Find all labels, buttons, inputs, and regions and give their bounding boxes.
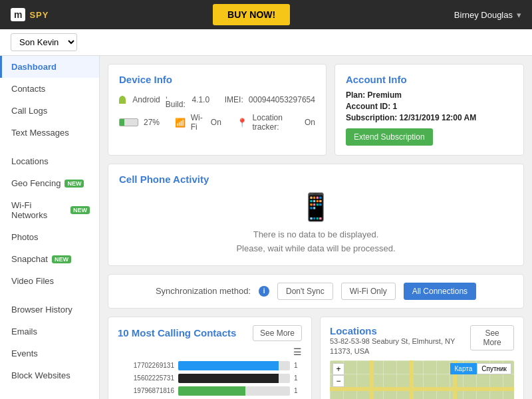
calling-card-header: 10 Most Calling Contacts See More xyxy=(118,325,302,341)
device-os-row: Android, Build: 4.1.0 IMEI: 000944053297… xyxy=(119,90,315,109)
sidebar-item-block-websites[interactable]: Block Websites xyxy=(0,364,99,386)
sidebar-item-label: Browser History xyxy=(11,305,72,315)
sidebar-item-label: Text Messages xyxy=(11,128,69,138)
calling-see-more-button[interactable]: See More xyxy=(253,325,302,341)
map-zoom-out-button[interactable]: − xyxy=(332,375,344,387)
bar-row-1: 15602225731 1 xyxy=(118,374,302,383)
bar-row-2: 19796871816 1 xyxy=(118,386,302,396)
bar-count-0: 1 xyxy=(294,362,302,369)
sidebar-item-label: Emails xyxy=(11,327,37,336)
sidebar-item-dashboard[interactable]: Dashboard xyxy=(0,56,99,78)
sidebar-item-emails[interactable]: Emails xyxy=(0,321,99,342)
map-road-v1 xyxy=(370,360,374,399)
snapchat-badge: NEW xyxy=(52,255,71,263)
locations-see-more-button[interactable]: See More xyxy=(470,325,514,350)
locations-card: Locations 53-82-53-98 Seabury St, Elmhur… xyxy=(320,317,524,399)
sync-info-icon[interactable]: i xyxy=(259,286,269,297)
wifi-only-button[interactable]: Wi-Fi Only xyxy=(341,283,396,300)
user-area: Birney Douglas ▾ xyxy=(454,10,521,20)
device-select[interactable]: Son Kevin xyxy=(11,33,77,51)
sidebar-item-locations[interactable]: Locations xyxy=(0,150,99,172)
location-label: Location tracker: xyxy=(253,113,299,132)
map-road-v2 xyxy=(410,360,414,399)
locations-header: Locations 53-82-53-98 Seabury St, Elmhur… xyxy=(330,325,514,357)
bar-fill-2 xyxy=(178,386,245,396)
main-content: Device Info Android, Build: 4.1.0 IMEI: … xyxy=(100,56,532,399)
map-karta-button[interactable]: Карта xyxy=(450,363,477,374)
account-subscription: 12/31/2019 12:00 AM xyxy=(400,113,477,122)
top-cards-row: Device Info Android, Build: 4.1.0 IMEI: … xyxy=(108,64,524,156)
sidebar-item-label: Wi-Fi Networks xyxy=(11,200,66,220)
map-type-buttons: Карта Спутник xyxy=(450,363,511,374)
chevron-down-icon[interactable]: ▾ xyxy=(517,10,521,20)
device-info-title: Device Info xyxy=(119,74,315,85)
dont-sync-button[interactable]: Don't Sync xyxy=(277,283,333,300)
logo: m SPY xyxy=(11,8,49,21)
wifi-networks-badge: NEW xyxy=(70,206,90,214)
extend-subscription-button[interactable]: Extend Subscription xyxy=(346,128,433,146)
device-status-row: 27% 📶 Wi-Fi On 📍 Location tracker: On xyxy=(119,113,315,132)
map-zoom-in-button[interactable]: + xyxy=(332,363,344,375)
location-pin-icon: 📍 xyxy=(237,118,247,128)
account-info-title: Account Info xyxy=(346,74,513,85)
bar-number-1: 15602225731 xyxy=(118,374,174,382)
device-os: Android xyxy=(132,95,160,104)
sidebar-item-events[interactable]: Events xyxy=(0,342,99,364)
subheader: Son Kevin xyxy=(0,29,532,56)
header: m SPY BUY NOW! Birney Douglas ▾ xyxy=(0,0,532,29)
sidebar-item-browser-history[interactable]: Browser History xyxy=(0,299,99,321)
map-zoom-controls: + − xyxy=(332,363,344,387)
hamburger-icon[interactable]: ☰ xyxy=(118,346,302,357)
location-address: 53-82-53-98 Seabury St, Elmhurst, NY 113… xyxy=(330,336,470,357)
bar-number-0: 17702269131 xyxy=(118,362,174,369)
bar-number-2: 19796871816 xyxy=(118,387,174,394)
sidebar-item-contacts[interactable]: Contacts xyxy=(0,78,99,100)
buy-now-button[interactable]: BUY NOW! xyxy=(213,4,290,25)
battery-icon xyxy=(119,118,138,126)
sidebar-item-label: Locations xyxy=(11,156,49,166)
logo-m: m xyxy=(11,8,25,21)
sidebar-item-label: Call Logs xyxy=(11,106,47,116)
location-status: On xyxy=(305,118,315,127)
user-name: Birney Douglas xyxy=(454,10,513,20)
sidebar-item-label: Video Files xyxy=(11,276,54,286)
map-container: 📍 + − Карта Спутник xyxy=(330,360,514,399)
sync-method-card: Synchronization method: i Don't Sync Wi-… xyxy=(108,274,524,309)
bar-row-0: 17702269131 1 xyxy=(118,361,302,370)
wifi-icon: 📶 xyxy=(175,118,186,128)
bar-count-2: 1 xyxy=(294,387,302,394)
bar-fill-0 xyxy=(178,361,279,370)
account-id: 1 xyxy=(393,102,398,111)
logo-spy: SPY xyxy=(29,10,49,20)
imei-label: IMEI: xyxy=(225,95,243,104)
sidebar-item-geo-fencing[interactable]: Geo Fencing NEW xyxy=(0,172,99,194)
sidebar-item-label: Photos xyxy=(11,232,38,242)
account-info-card: Account Info Plan: Premium Account ID: 1… xyxy=(334,64,524,156)
bar-track-0 xyxy=(178,361,290,370)
locations-title: Locations xyxy=(330,325,470,336)
device-info-card: Device Info Android, Build: 4.1.0 IMEI: … xyxy=(108,64,327,156)
sidebar-item-text-messages[interactable]: Text Messages xyxy=(0,122,99,144)
sidebar-item-skype[interactable]: Skype xyxy=(0,393,99,399)
sidebar-item-wi-fi-networks[interactable]: Wi-Fi Networks NEW xyxy=(0,194,99,226)
account-plan-row: Plan: Premium xyxy=(346,90,513,100)
bar-fill-1 xyxy=(178,374,279,383)
bar-count-1: 1 xyxy=(294,374,302,382)
sidebar-item-photos[interactable]: Photos xyxy=(0,226,99,248)
locations-title-group: Locations 53-82-53-98 Seabury St, Elmhur… xyxy=(330,325,470,357)
account-id-row: Account ID: 1 xyxy=(346,102,513,111)
calling-contacts-card: 10 Most Calling Contacts See More ☰ 1770… xyxy=(108,317,312,399)
cell-phone-activity-title: Cell Phone Activity xyxy=(119,174,513,185)
geo-fencing-badge: NEW xyxy=(65,180,84,188)
sidebar-item-label: Events xyxy=(11,348,38,358)
wifi-status: On xyxy=(211,118,221,127)
bar-track-1 xyxy=(178,374,290,383)
all-connections-button[interactable]: All Connections xyxy=(404,283,476,300)
map-sputnik-button[interactable]: Спутник xyxy=(477,363,511,374)
sidebar-item-video-files[interactable]: Video Files xyxy=(0,270,99,292)
sidebar-item-call-logs[interactable]: Call Logs xyxy=(0,100,99,122)
sidebar: Dashboard Contacts Call Logs Text Messag… xyxy=(0,56,100,399)
sidebar-item-snapchat[interactable]: Snapchat NEW xyxy=(0,248,99,270)
sidebar-item-label: Snapchat xyxy=(11,254,48,264)
no-data-text: There is no data to be displayed. Please… xyxy=(119,228,513,256)
